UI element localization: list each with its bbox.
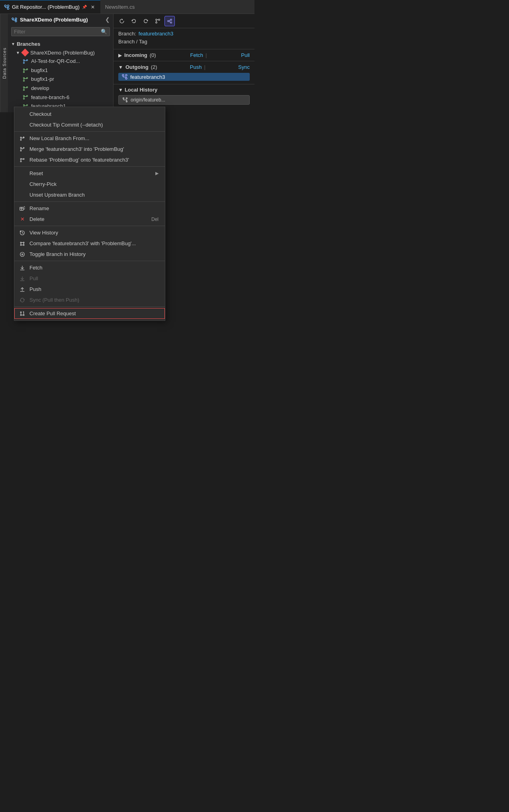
graph-view-button[interactable] — [164, 16, 175, 26]
outgoing-section: ▼ Outgoing (2) Push | Sync featurebranch… — [114, 61, 254, 84]
menu-label-toggle-history: Toggle Branch in History — [29, 251, 86, 257]
menu-label-checkout: Checkout — [29, 111, 51, 117]
pull-button[interactable]: Pull — [241, 52, 250, 58]
svg-line-84 — [24, 206, 25, 207]
reset-submenu-arrow-icon: ▶ — [155, 171, 159, 176]
push-icon — [19, 287, 25, 292]
menu-item-toggle-history[interactable]: Toggle Branch in History — [14, 249, 165, 260]
create-pr-icon — [19, 311, 25, 316]
branch-info: Branch: featurebranch3 Branch / Tag — [114, 28, 254, 49]
menu-item-merge[interactable]: Merge 'featurebranch3' into 'ProblemBug' — [14, 144, 165, 154]
menu-item-sync[interactable]: Sync (Pull then Push) — [14, 295, 165, 305]
menu-item-compare[interactable]: Compare 'featurebranch3' with 'ProblemBu… — [14, 238, 165, 249]
menu-item-create-pr[interactable]: Create Pull Request — [14, 308, 165, 319]
tab-newsitem[interactable]: NewsItem.cs — [100, 0, 139, 14]
menu-item-reset[interactable]: Reset ▶ — [14, 168, 165, 179]
svg-point-90 — [23, 244, 24, 246]
svg-point-1 — [7, 8, 9, 9]
toolbar — [114, 14, 254, 28]
svg-point-88 — [23, 242, 24, 243]
svg-point-0 — [4, 5, 6, 6]
menu-separator-6 — [14, 306, 165, 307]
menu-item-checkout[interactable]: Checkout — [14, 109, 165, 119]
tab-close-git-repo[interactable]: ✕ — [89, 4, 96, 11]
side-label: Data Sources — [0, 14, 8, 112]
svg-point-21 — [23, 71, 25, 72]
svg-point-50 — [170, 19, 172, 20]
fetch-button[interactable]: Fetch — [190, 52, 204, 58]
menu-item-rename[interactable]: Rename — [14, 203, 165, 214]
menu-item-rebase[interactable]: Rebase 'ProblemBug' onto 'featurebranch3… — [14, 154, 165, 165]
undo-button[interactable] — [129, 16, 139, 26]
pull-icon — [19, 276, 25, 281]
menu-label-rebase: Rebase 'ProblemBug' onto 'featurebranch3… — [29, 157, 129, 163]
branch-tag-row: Branch / Tag — [118, 38, 250, 45]
menu-label-checkout-tip: Checkout Tip Commit (--detach) — [29, 122, 103, 128]
menu-item-push[interactable]: Push — [14, 284, 165, 295]
branch-item-1[interactable]: bugfix1 — [8, 66, 113, 75]
menu-label-reset: Reset — [29, 170, 43, 176]
menu-label-cherry-pick: Cherry-Pick — [29, 181, 57, 187]
menu-label-fetch: Fetch — [29, 265, 43, 271]
branch-name-value[interactable]: featurebranch3 — [139, 31, 173, 37]
menu-item-view-history[interactable]: View History — [14, 227, 165, 238]
menu-item-pull[interactable]: Pull — [14, 273, 165, 284]
sync-button[interactable]: Sync — [238, 64, 250, 70]
outgoing-label: Outgoing — [125, 64, 149, 70]
menu-item-unset-upstream[interactable]: Unset Upstream Branch — [14, 189, 165, 200]
branches-arrow-icon: ▼ — [11, 42, 15, 46]
branches-header[interactable]: ▼ Branches — [8, 39, 113, 49]
pin-icon: 📌 — [82, 5, 87, 9]
repo-item[interactable]: ▼ ShareXDemo (ProblemBug) — [8, 49, 113, 57]
svg-point-73 — [20, 147, 22, 148]
menu-item-cherry-pick[interactable]: Cherry-Pick — [14, 179, 165, 189]
repo-arrow-icon: ▼ — [16, 51, 20, 55]
repo-name-label: ShareXDemo (ProblemBug) — [30, 50, 95, 56]
history-icon — [19, 230, 25, 236]
collapse-panel-button[interactable]: ❮ — [105, 16, 110, 23]
svg-point-89 — [20, 244, 22, 246]
fetch-icon — [19, 265, 25, 271]
filter-input[interactable] — [14, 29, 101, 35]
tab-git-repo[interactable]: Git Repositor... (ProblemBug) 📌 ✕ — [0, 0, 100, 14]
toggle-history-icon — [19, 252, 25, 257]
right-panel: Branch: featurebranch3 Branch / Tag ▶ In… — [114, 14, 254, 112]
refresh-button[interactable] — [117, 16, 127, 26]
svg-point-45 — [159, 19, 160, 20]
outgoing-expand-icon[interactable]: ▼ — [118, 64, 123, 70]
main-layout: Data Sources ShareXDemo (ProblemBug) — [0, 14, 254, 112]
incoming-count: (0) — [150, 52, 156, 58]
svg-point-68 — [20, 139, 22, 141]
incoming-expand-icon[interactable]: ▶ — [118, 53, 122, 58]
tab-newsitem-label: NewsItem.cs — [105, 4, 135, 10]
menu-item-delete[interactable]: ✕ Delete Del — [14, 214, 165, 224]
menu-item-fetch[interactable]: Fetch — [14, 262, 165, 273]
highlighted-branch-label: featurebranch3 — [130, 74, 165, 80]
rebase-icon — [19, 157, 25, 163]
local-history-arrow-icon[interactable]: ▼ — [118, 87, 123, 93]
delete-icon: ✕ — [19, 216, 25, 222]
context-menu: Checkout Checkout Tip Commit (--detach) … — [14, 107, 165, 321]
svg-point-49 — [168, 20, 169, 22]
branch-item-2[interactable]: bugfix1-pr — [8, 75, 113, 84]
menu-separator-1 — [14, 131, 165, 132]
branch-item-4[interactable]: feature-branch-6 — [8, 93, 113, 102]
svg-point-54 — [122, 74, 124, 76]
svg-point-26 — [23, 80, 25, 82]
menu-item-checkout-tip[interactable]: Checkout Tip Commit (--detach) — [14, 119, 165, 130]
push-button[interactable]: Push — [190, 64, 202, 70]
branch-history-button[interactable] — [153, 16, 163, 26]
menu-item-new-local-branch[interactable]: New Local Branch From... — [14, 133, 165, 144]
branch-item-0[interactable]: AI-Test-for-QR-Cod... — [8, 57, 113, 66]
history-item-0[interactable]: origin/featureb... — [118, 95, 250, 105]
menu-separator-5 — [14, 261, 165, 261]
branch-static-label: Branch: — [118, 31, 136, 37]
redo-button[interactable] — [141, 16, 151, 26]
highlighted-branch-item[interactable]: featurebranch3 — [118, 73, 250, 81]
svg-point-8 — [15, 20, 17, 22]
svg-point-104 — [20, 312, 22, 313]
merge-icon — [19, 146, 25, 152]
svg-point-44 — [156, 19, 157, 20]
branch-item-3[interactable]: develop — [8, 84, 113, 93]
menu-separator-2 — [14, 166, 165, 167]
